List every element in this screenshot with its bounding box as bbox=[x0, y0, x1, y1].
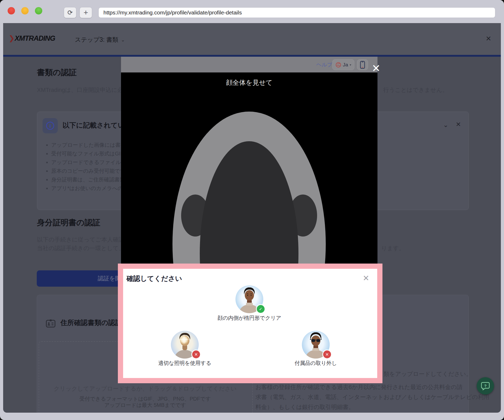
page-close-button[interactable]: ✕ bbox=[486, 35, 491, 43]
support-chat-button[interactable]: ? bbox=[477, 377, 494, 395]
check-icon: ✓ bbox=[259, 307, 262, 312]
example-bad-lighting: ✕ bbox=[171, 331, 199, 359]
browser-window: ⟳ + https://my.xmtrading.com/jp/profile/… bbox=[0, 0, 504, 420]
dropzone-instruction: クリックしてアップロードするか、ドラッグ＆ドロップしてください bbox=[39, 385, 252, 393]
example-good-oval: ✓ bbox=[235, 285, 263, 313]
cross-icon: ✕ bbox=[194, 352, 198, 357]
dialog-title: 確認してください bbox=[127, 274, 182, 283]
close-icon: ✕ bbox=[372, 62, 381, 74]
progress-bar bbox=[3, 55, 501, 57]
close-icon: ✕ bbox=[456, 121, 461, 128]
doc-intro-text-right: 行うことはできません。 bbox=[383, 86, 448, 94]
example-label: 適切な照明を使用する bbox=[130, 360, 240, 367]
dropdown-arrow-icon: ▾ bbox=[350, 63, 351, 67]
chat-help-icon: ? bbox=[481, 381, 490, 390]
address-paragraph-line2: お客様の登録住所が確認できる過去6か月以内に発行された最近の公共料金の請 bbox=[255, 383, 463, 391]
close-icon: ✕ bbox=[363, 274, 369, 282]
address-paragraph-line4: 料金）、もしくは銀行の取引明細書。 bbox=[255, 403, 463, 411]
chevron-down-icon: ⌄ bbox=[121, 37, 125, 43]
new-tab-button[interactable]: + bbox=[80, 7, 92, 18]
xmtrading-logo[interactable]: ❯XMTRADING bbox=[9, 34, 55, 43]
svg-text:?: ? bbox=[484, 384, 486, 388]
info-collapse-button[interactable]: ⌄ bbox=[443, 121, 448, 129]
url-bar[interactable]: https://my.xmtrading.com/jp/profile/vali… bbox=[98, 7, 495, 18]
logo-arrow-icon: ❯ bbox=[9, 34, 14, 42]
dialog-close-button[interactable]: ✕ bbox=[363, 274, 369, 283]
dropzone-formats: 受付できるフォーマットはGIF、JPG、PNG、PDFです bbox=[39, 395, 252, 402]
step-selector[interactable]: ステップ3: 書類 ⌄ bbox=[75, 36, 125, 44]
doc-intro-text-left: XMTradingは、口座開設申込に必要な bbox=[37, 86, 135, 94]
confirm-dialog: 確認してください ✕ bbox=[118, 264, 382, 383]
minimize-window-button[interactable] bbox=[21, 7, 29, 14]
close-icon: ✕ bbox=[486, 35, 491, 43]
help-link[interactable]: ヘルプ bbox=[316, 61, 332, 68]
camera-instruction: 顔全体を見せて bbox=[121, 78, 377, 87]
id-desc-right-fragment: ります。 bbox=[381, 244, 405, 252]
reload-button[interactable]: ⟳ bbox=[64, 7, 76, 18]
page-content: ❯XMTRADING ステップ3: 書類 ⌄ ✕ 書類の認証 XMTrading… bbox=[3, 23, 501, 413]
chevron-down-icon: ⌄ bbox=[443, 121, 448, 128]
example-label: 付属品の取り外し bbox=[261, 360, 371, 367]
language-selector[interactable]: Ja ▾ bbox=[332, 59, 354, 70]
info-icon: i bbox=[43, 118, 58, 133]
mobile-handoff-button[interactable] bbox=[357, 59, 368, 70]
example-label: 顔の内側が楕円形でクリア bbox=[194, 314, 304, 322]
plus-icon: + bbox=[83, 8, 88, 17]
dropzone-max-size: アップロードは最大 5MBまでです bbox=[39, 402, 252, 409]
id-card-icon bbox=[46, 319, 55, 329]
doc-verification-title: 書類の認証 bbox=[37, 67, 77, 78]
url-text: https://my.xmtrading.com/jp/profile/vali… bbox=[103, 9, 242, 16]
phone-icon bbox=[360, 61, 365, 69]
globe-icon bbox=[335, 62, 341, 68]
address-paragraph-line3: 求書（電気、ガス、水道、電話、インターネットおよび／もしくはケーブルテレビの利用 bbox=[255, 393, 463, 401]
modal-toolbar: ヘルプ Ja ▾ bbox=[121, 57, 377, 72]
close-window-button[interactable] bbox=[8, 7, 15, 14]
svg-text:i: i bbox=[49, 123, 51, 129]
modal-close-button[interactable]: ✕ bbox=[372, 63, 381, 74]
error-badge: ✕ bbox=[322, 350, 332, 359]
example-accessories: ✕ bbox=[302, 331, 330, 359]
address-proof-title: 住所確認書類の認証 bbox=[60, 318, 122, 327]
cross-icon: ✕ bbox=[325, 352, 329, 357]
check-badge: ✓ bbox=[256, 304, 265, 314]
id-verification-title: 身分証明書の認証 bbox=[37, 217, 100, 228]
site-header: ❯XMTRADING ステップ3: 書類 ⌄ ✕ bbox=[3, 23, 501, 55]
error-badge: ✕ bbox=[191, 350, 201, 359]
info-close-button[interactable]: ✕ bbox=[456, 121, 461, 128]
language-value: Ja bbox=[343, 62, 348, 68]
step-label: ステップ3: 書類 bbox=[75, 36, 118, 44]
maximize-window-button[interactable] bbox=[35, 7, 42, 14]
reload-icon: ⟳ bbox=[67, 9, 73, 16]
